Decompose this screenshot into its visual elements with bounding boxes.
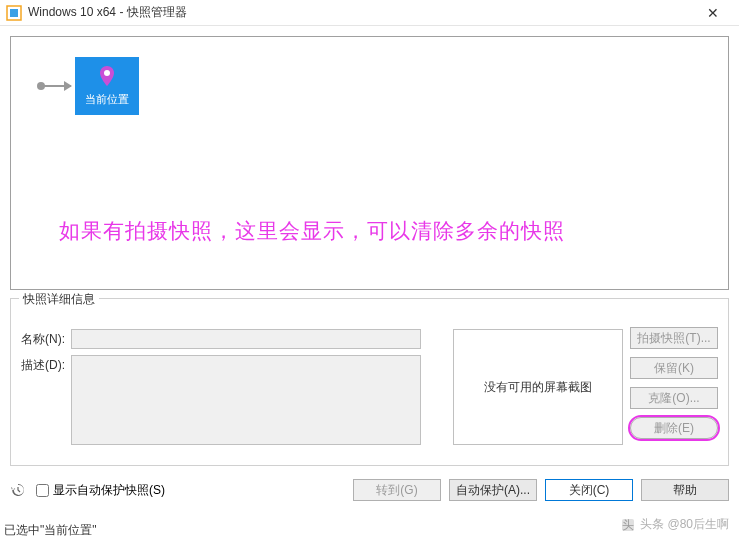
name-input[interactable] [71, 329, 421, 349]
details-legend: 快照详细信息 [19, 291, 99, 308]
svg-text:头: 头 [622, 518, 634, 532]
description-input[interactable] [71, 355, 421, 445]
watermark-icon: 头 [620, 517, 636, 533]
autoprotect-button[interactable]: 自动保护(A)... [449, 479, 537, 501]
screenshot-thumbnail: 没有可用的屏幕截图 [453, 329, 623, 445]
show-autoprotect-checkbox[interactable]: 显示自动保护快照(S) [36, 482, 343, 499]
close-button[interactable]: 关闭(C) [545, 479, 633, 501]
clone-button[interactable]: 克隆(O)... [630, 387, 718, 409]
window-title: Windows 10 x64 - 快照管理器 [28, 4, 693, 21]
close-icon[interactable]: ✕ [693, 5, 733, 21]
bottom-buttons: 转到(G) 自动保护(A)... 关闭(C) 帮助 [353, 479, 729, 501]
snapshot-details-group: 快照详细信息 名称(N): 描述(D): 没有可用的屏幕截图 拍摄快照(T)..… [10, 298, 729, 466]
svg-point-2 [104, 70, 110, 76]
goto-button[interactable]: 转到(G) [353, 479, 441, 501]
status-text: 已选中"当前位置" [4, 522, 97, 539]
description-label: 描述(D): [21, 355, 71, 374]
titlebar: Windows 10 x64 - 快照管理器 ✕ [0, 0, 739, 26]
annotation-text: 如果有拍摄快照，这里会显示，可以清除多余的快照 [59, 217, 565, 245]
watermark: 头 头条 @80后生啊 [620, 516, 729, 533]
help-button[interactable]: 帮助 [641, 479, 729, 501]
current-position-node[interactable]: 当前位置 [75, 57, 139, 115]
bottom-bar: 显示自动保护快照(S) 转到(G) 自动保护(A)... 关闭(C) 帮助 [10, 478, 729, 502]
no-screenshot-text: 没有可用的屏幕截图 [484, 379, 592, 396]
pin-icon [98, 66, 116, 88]
history-icon[interactable] [10, 482, 26, 498]
keep-button[interactable]: 保留(K) [630, 357, 718, 379]
watermark-text: 头条 @80后生啊 [640, 516, 729, 533]
name-row: 名称(N): [21, 329, 421, 349]
take-snapshot-button[interactable]: 拍摄快照(T)... [630, 327, 718, 349]
snapshot-tree-area: 当前位置 如果有拍摄快照，这里会显示，可以清除多余的快照 [10, 36, 729, 290]
delete-button[interactable]: 删除(E) [630, 417, 718, 439]
autoprotect-checkbox-input[interactable] [36, 484, 49, 497]
svg-rect-1 [10, 9, 18, 17]
arrow-icon [41, 85, 71, 87]
autoprotect-checkbox-label: 显示自动保护快照(S) [53, 482, 165, 499]
current-position-label: 当前位置 [85, 92, 129, 107]
app-icon [6, 5, 22, 21]
description-row: 描述(D): [21, 355, 421, 445]
side-button-column: 拍摄快照(T)... 保留(K) 克隆(O)... 删除(E) [630, 327, 718, 439]
snapshot-row: 当前位置 [41, 57, 698, 115]
name-label: 名称(N): [21, 329, 71, 348]
